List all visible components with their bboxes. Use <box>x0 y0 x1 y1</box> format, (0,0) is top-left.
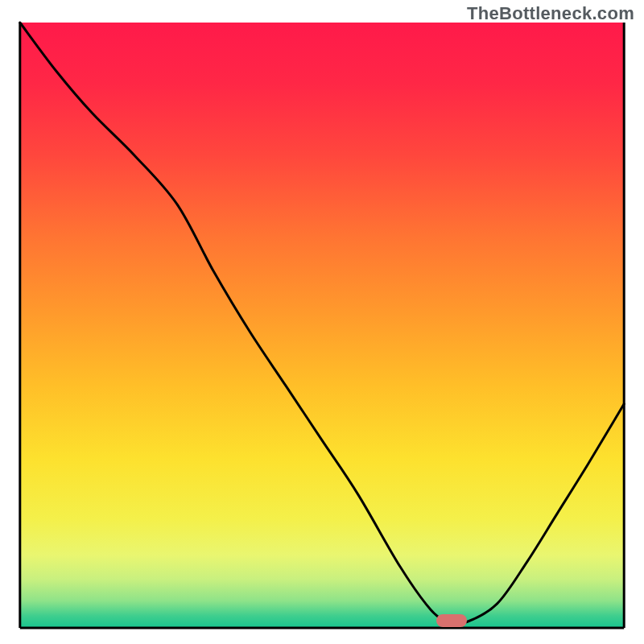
gradient-background <box>20 23 624 628</box>
chart-container: TheBottleneck.com <box>0 0 644 644</box>
optimal-marker <box>436 614 467 627</box>
chart-svg <box>0 0 644 644</box>
watermark-text: TheBottleneck.com <box>467 3 634 24</box>
